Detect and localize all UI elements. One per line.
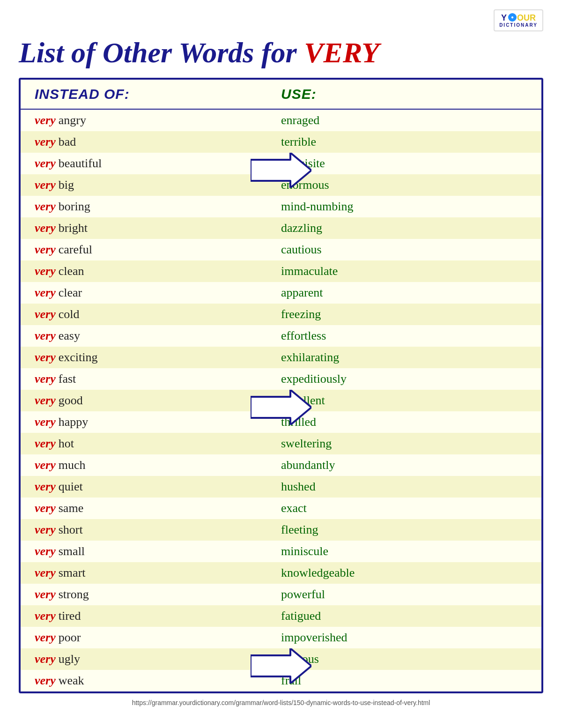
arrow-svg xyxy=(251,153,311,188)
rows-container: veryangryenragedverybadterrible verybeau… xyxy=(21,110,541,691)
very-label: very xyxy=(35,480,56,494)
instead-col: verysmart xyxy=(35,566,281,580)
table-row: verysmallminiscule xyxy=(21,541,541,562)
instead-col: veryshort xyxy=(35,523,281,537)
table-row: verystrongpowerful xyxy=(21,584,541,605)
adjective-label: weak xyxy=(59,674,84,688)
adjective-label: tired xyxy=(59,609,81,623)
very-label: very xyxy=(35,200,56,214)
arrow-icon xyxy=(251,390,311,427)
adjective-label: good xyxy=(59,394,83,408)
logo-container: Y ● OUR DICTIONARY xyxy=(494,9,543,31)
synonym-label: expeditiously xyxy=(281,372,527,386)
table-row: verysameexact xyxy=(21,498,541,519)
very-label: very xyxy=(35,350,56,364)
very-label: very xyxy=(35,329,56,343)
logo-our-text: OUR xyxy=(517,13,536,23)
table-row: veryboringmind-numbing xyxy=(21,196,541,217)
arrow-icon xyxy=(251,648,311,685)
very-label: very xyxy=(35,587,56,602)
very-label: very xyxy=(35,458,56,472)
table-row: veryfastexpeditiously xyxy=(21,368,541,390)
synonym-label: mind-numbing xyxy=(281,200,527,214)
arrow-svg xyxy=(251,648,311,683)
instead-col: verybeautiful xyxy=(35,156,281,171)
adjective-label: careful xyxy=(59,243,92,257)
adjective-label: big xyxy=(59,178,74,192)
synonym-label: hideous xyxy=(281,652,527,666)
word-table: INSTEAD OF: USE: veryangryenragedverybad… xyxy=(19,78,543,693)
synonym-label: impoverished xyxy=(281,631,527,645)
table-row: verymuchabundantly xyxy=(21,454,541,476)
very-label: very xyxy=(35,631,56,645)
title-very: VERY xyxy=(304,37,379,68)
table-row: veryhotsweltering xyxy=(21,433,541,454)
synonym-label: apparent xyxy=(281,286,527,300)
very-label: very xyxy=(35,674,56,688)
table-row: verycoldfreezing xyxy=(21,304,541,325)
table-row: veryexcitingexhilarating xyxy=(21,347,541,368)
adjective-label: happy xyxy=(59,415,89,429)
adjective-label: angry xyxy=(59,113,86,127)
table-row: veryangryenraged xyxy=(21,110,541,131)
very-label: very xyxy=(35,372,56,386)
synonym-label: fatigued xyxy=(281,609,527,623)
adjective-label: ugly xyxy=(59,652,80,666)
table-row: verysmartknowledgeable xyxy=(21,562,541,584)
very-label: very xyxy=(35,523,56,537)
table-row: veryclearapparent xyxy=(21,282,541,304)
synonym-label: effortless xyxy=(281,329,527,343)
adjective-label: clean xyxy=(59,264,84,278)
synonym-label: exact xyxy=(281,501,527,515)
table-row: verypoorimpoverished xyxy=(21,627,541,648)
synonym-label: cautious xyxy=(281,243,527,257)
synonym-label: exquisite xyxy=(281,156,527,171)
adjective-label: boring xyxy=(59,200,90,214)
instead-col: veryclean xyxy=(35,264,281,278)
table-row: veryeasyeffortless xyxy=(21,325,541,347)
svg-marker-1 xyxy=(251,390,311,425)
logo-dictionary-text: DICTIONARY xyxy=(499,23,538,28)
instead-col: verygood xyxy=(35,394,281,408)
instead-col: veryweak xyxy=(35,674,281,688)
synonym-label: abundantly xyxy=(281,458,527,472)
instead-col: verybright xyxy=(35,221,281,235)
instead-col: veryclear xyxy=(35,286,281,300)
logo-y-letter: Y xyxy=(501,13,507,23)
instead-col: verymuch xyxy=(35,458,281,472)
instead-col: veryboring xyxy=(35,200,281,214)
synonym-label: frail xyxy=(281,674,527,688)
adjective-label: beautiful xyxy=(59,156,102,171)
table-row: verybrightdazzling xyxy=(21,217,541,239)
instead-col: veryeasy xyxy=(35,329,281,343)
instead-col: veryexciting xyxy=(35,350,281,364)
instead-col: verystrong xyxy=(35,587,281,602)
logo-area: Y ● OUR DICTIONARY xyxy=(19,9,543,31)
synonym-label: miniscule xyxy=(281,544,527,558)
instead-col: veryugly xyxy=(35,652,281,666)
adjective-label: fast xyxy=(59,372,76,386)
table-row: verycarefulcautious xyxy=(21,239,541,260)
instead-col: verypoor xyxy=(35,631,281,645)
instead-col: verycareful xyxy=(35,243,281,257)
adjective-label: much xyxy=(59,458,86,472)
synonym-label: excellent xyxy=(281,394,527,408)
synonym-label: enormous xyxy=(281,178,527,192)
very-label: very xyxy=(35,135,56,149)
very-label: very xyxy=(35,307,56,321)
very-label: very xyxy=(35,243,56,257)
table-header: INSTEAD OF: USE: xyxy=(21,80,541,110)
logo-top-row: Y ● OUR xyxy=(501,13,536,23)
synonym-label: powerful xyxy=(281,587,527,602)
instead-col: verysame xyxy=(35,501,281,515)
very-label: very xyxy=(35,566,56,580)
synonym-label: exhilarating xyxy=(281,350,527,364)
adjective-label: strong xyxy=(59,587,89,602)
synonym-label: sweltering xyxy=(281,437,527,451)
very-label: very xyxy=(35,652,56,666)
synonym-label: hushed xyxy=(281,480,527,494)
very-label: very xyxy=(35,501,56,515)
page-title: List of Other Words for VERY xyxy=(19,36,543,69)
adjective-label: bright xyxy=(59,221,88,235)
table-row: verycleanimmaculate xyxy=(21,260,541,282)
